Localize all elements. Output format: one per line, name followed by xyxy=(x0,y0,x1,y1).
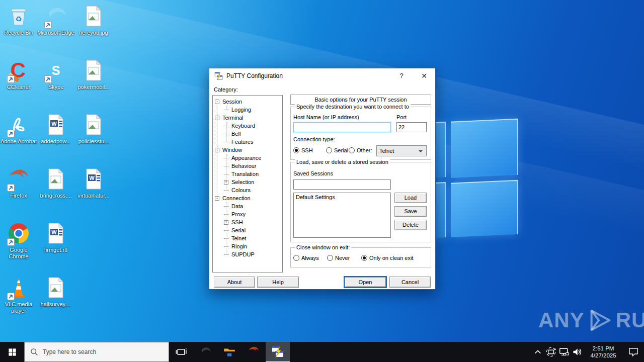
desktop-icon-firmget-rtf[interactable]: firmget.rtf xyxy=(37,221,74,274)
tree-item-label[interactable]: Selection xyxy=(230,179,255,185)
tray-network-button[interactable] xyxy=(557,342,571,362)
tree-item-label[interactable]: Proxy xyxy=(230,211,247,217)
tree-item-label[interactable]: Connection xyxy=(221,195,252,201)
tree-item-label[interactable]: Window xyxy=(221,147,243,153)
tree-item-label[interactable]: Keyboard xyxy=(230,123,256,129)
radio-only-on-clean-exit[interactable]: Only on clean exit xyxy=(361,255,413,261)
dialog-titlebar[interactable]: PuTTY Configuration ? ✕ xyxy=(209,68,435,83)
help-button[interactable]: Help xyxy=(257,277,299,288)
tree-item-telnet[interactable]: Telnet xyxy=(213,234,282,242)
desktop-icon-adobe-acrobat[interactable]: Adobe Acrobat xyxy=(0,113,37,165)
category-tree[interactable]: - Session Logging - Terminal Keyboard Be… xyxy=(212,95,283,273)
tree-item-label[interactable]: Colours xyxy=(230,187,252,193)
tray-screen-sync-button[interactable] xyxy=(544,342,557,362)
radio-button-icon[interactable] xyxy=(327,255,333,261)
tree-item-label[interactable]: SUPDUP xyxy=(230,251,256,257)
tree-item-label[interactable]: Logging xyxy=(230,107,252,113)
port-input[interactable] xyxy=(396,122,427,132)
tree-item-features[interactable]: Features xyxy=(213,138,282,146)
task-view-button[interactable] xyxy=(169,342,193,362)
saved-sessions-list[interactable]: Default Settings xyxy=(293,193,391,238)
tree-item-supdup[interactable]: SUPDUP xyxy=(213,250,282,258)
desktop-icon-bringcross[interactable]: bringcross.... xyxy=(37,167,74,219)
tree-item-rlogin[interactable]: Rlogin xyxy=(213,242,282,250)
radio-serial[interactable]: Serial xyxy=(326,147,348,153)
tree-item-proxy[interactable]: Proxy xyxy=(213,210,282,218)
tree-item-window[interactable]: - Window xyxy=(213,146,282,154)
radio-button-icon[interactable] xyxy=(361,255,367,261)
tree-item-session[interactable]: - Session xyxy=(213,98,282,106)
delete-button[interactable]: Delete xyxy=(394,220,427,230)
tree-item-label[interactable]: Translation xyxy=(230,171,260,177)
desktop-icon-google-chrome[interactable]: Google Chrome xyxy=(0,221,37,274)
load-button[interactable]: Load xyxy=(394,193,427,203)
desktop-icon-virtualnatur[interactable]: virtualnatur... xyxy=(75,167,112,219)
tree-item-ssh[interactable]: + SSH xyxy=(213,218,282,226)
tree-item-label[interactable]: Session xyxy=(221,99,243,105)
taskbar-clock[interactable]: 2:51 PM 4/27/2025 xyxy=(584,345,623,359)
radio-always[interactable]: Always xyxy=(293,255,319,261)
desktop-icon-hallsurvey[interactable]: hallsurvey.... xyxy=(37,276,74,328)
tree-item-logging[interactable]: Logging xyxy=(213,106,282,114)
tree-item-translation[interactable]: Translation xyxy=(213,170,282,178)
desktop-icon-skype[interactable]: Skype xyxy=(37,58,74,111)
tree-item-bell[interactable]: Bell xyxy=(213,130,282,138)
desktop-icon-microsoft-edge[interactable]: Microsoft Edge xyxy=(37,4,74,56)
tree-item-label[interactable]: Terminal xyxy=(221,115,245,121)
tree-item-colours[interactable]: Colours xyxy=(213,186,282,194)
desktop-icon-policiesstu[interactable]: policiesstu... xyxy=(75,113,112,165)
tree-item-label[interactable]: Bell xyxy=(230,131,242,137)
desktop-icon-recycle-bin[interactable]: Recycle Bin xyxy=(0,4,37,56)
radio-button-icon[interactable] xyxy=(293,255,299,261)
desktop-icon-vlc-media-player[interactable]: VLC media player xyxy=(0,276,37,328)
tree-item-label[interactable]: Serial xyxy=(230,227,247,233)
tree-item-serial[interactable]: Serial xyxy=(213,226,282,234)
open-button[interactable]: Open xyxy=(345,277,386,287)
taskbar-app-firefox[interactable] xyxy=(242,342,266,362)
desktop-icon-ccleaner[interactable]: CCleaner xyxy=(0,58,37,111)
radio-never[interactable]: Never xyxy=(327,255,350,261)
saved-sessions-input[interactable] xyxy=(293,179,391,190)
taskbar-search-box[interactable]: Type here to search xyxy=(24,342,169,362)
tree-item-behaviour[interactable]: Behaviour xyxy=(213,162,282,170)
tree-item-label[interactable]: Telnet xyxy=(230,235,247,241)
tree-item-label[interactable]: Rlogin xyxy=(230,243,248,249)
start-button[interactable] xyxy=(0,342,24,362)
tree-item-keyboard[interactable]: Keyboard xyxy=(213,122,282,130)
radio-other[interactable]: Other: xyxy=(349,147,372,153)
desktop-icon-pokermobil[interactable]: pokermobil... xyxy=(75,58,112,111)
tree-item-label[interactable]: Behaviour xyxy=(230,163,258,169)
radio-ssh[interactable]: SSH xyxy=(293,147,313,153)
dialog-help-button[interactable]: ? xyxy=(394,68,409,83)
tree-item-label[interactable]: Features xyxy=(230,139,254,145)
radio-button-icon[interactable] xyxy=(326,147,332,153)
session-list-item[interactable]: Default Settings xyxy=(294,193,390,201)
tree-item-appearance[interactable]: Appearance xyxy=(213,154,282,162)
about-button[interactable]: About xyxy=(214,277,255,288)
cancel-button[interactable]: Cancel xyxy=(389,277,431,288)
host-name-input[interactable] xyxy=(293,122,391,132)
desktop-icon-addedpow[interactable]: addedpow... xyxy=(37,113,74,165)
desktop-icon-hereyou-jpg[interactable]: hereyou.jpg xyxy=(75,4,112,56)
other-protocol-dropdown[interactable]: Telnet xyxy=(376,145,427,156)
tree-item-data[interactable]: Data xyxy=(213,202,282,210)
taskbar-app-file-explorer[interactable] xyxy=(217,342,242,362)
dialog-close-button[interactable]: ✕ xyxy=(417,68,432,83)
tree-item-selection[interactable]: + Selection xyxy=(213,178,282,186)
tree-item-label[interactable]: SSH xyxy=(230,219,244,225)
tree-item-label[interactable]: Data xyxy=(230,203,244,209)
show-hidden-icons-button[interactable] xyxy=(531,342,544,362)
desktop-icon-firefox[interactable]: Firefox xyxy=(0,167,37,219)
image-file-icon xyxy=(44,276,68,300)
taskbar-app-edge[interactable] xyxy=(193,342,217,362)
tree-expander-icon[interactable]: - xyxy=(215,100,219,104)
tree-item-terminal[interactable]: - Terminal xyxy=(213,114,282,122)
tree-item-label[interactable]: Appearance xyxy=(230,155,262,161)
tree-item-connection[interactable]: - Connection xyxy=(213,194,282,202)
action-center-button[interactable] xyxy=(623,342,644,362)
radio-button-icon[interactable] xyxy=(349,147,355,153)
taskbar-app-putty-active[interactable] xyxy=(266,342,290,362)
radio-button-icon[interactable] xyxy=(293,147,299,153)
tray-volume-button[interactable] xyxy=(571,342,584,362)
save-button[interactable]: Save xyxy=(394,206,427,217)
